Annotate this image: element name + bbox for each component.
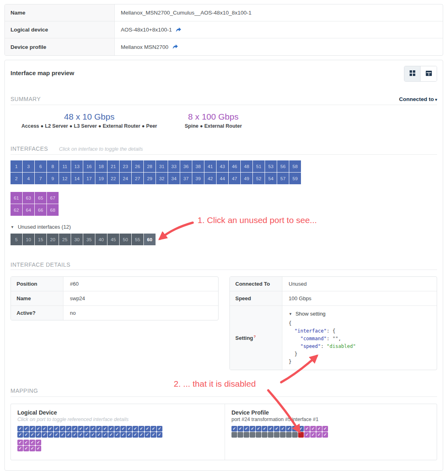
unused-interfaces-toggle[interactable]: ▼ Unused interfaces (12) — [11, 224, 437, 230]
checked-port-box-blue[interactable]: ✓ — [42, 426, 47, 432]
checked-port-box-blue[interactable]: ✓ — [238, 426, 243, 432]
port-56[interactable]: 56 — [277, 160, 289, 172]
checked-port-box-blue[interactable]: ✓ — [262, 426, 267, 432]
connected-to-dropdown[interactable]: Connected to▾ — [399, 96, 437, 102]
checked-port-box-blue[interactable]: ✓ — [102, 432, 108, 438]
checked-port-box-blue[interactable]: ✓ — [256, 426, 261, 432]
checked-port-box-purple[interactable]: ✓ — [36, 440, 41, 445]
checked-port-box-blue[interactable]: ✓ — [292, 426, 298, 432]
help-icon[interactable]: ? — [254, 334, 256, 339]
port-39[interactable]: 39 — [192, 173, 204, 184]
port-51[interactable]: 51 — [253, 160, 265, 172]
checked-port-box-blue[interactable]: ✓ — [84, 432, 90, 438]
checked-port-box-blue[interactable]: ✓ — [90, 426, 96, 432]
checked-port-box-blue[interactable]: ✓ — [29, 432, 35, 438]
checked-port-box-blue[interactable]: ✓ — [231, 426, 237, 432]
port-17[interactable]: 17 — [83, 173, 95, 184]
port-25[interactable]: 25 — [59, 234, 71, 245]
port-52[interactable]: 52 — [253, 173, 265, 184]
unchecked-port-box-gray[interactable] — [244, 432, 249, 438]
unchecked-port-box-gray[interactable] — [250, 432, 255, 438]
checked-port-box-purple[interactable]: ✓ — [304, 426, 310, 432]
port-8[interactable]: 8 — [47, 160, 59, 172]
checked-port-box-blue[interactable]: ✓ — [36, 426, 41, 432]
checked-port-box-blue[interactable]: ✓ — [157, 432, 162, 438]
port-5[interactable]: 5 — [11, 234, 22, 245]
unchecked-port-box-gray[interactable] — [286, 432, 292, 438]
checked-port-box-blue[interactable]: ✓ — [60, 432, 65, 438]
port-2[interactable]: 2 — [11, 173, 22, 184]
checked-port-box-blue[interactable]: ✓ — [17, 426, 23, 432]
unchecked-port-box-gray[interactable] — [280, 432, 286, 438]
checked-port-box-blue[interactable]: ✓ — [145, 426, 150, 432]
port-62[interactable]: 62 — [11, 204, 22, 216]
table-view-button[interactable] — [421, 66, 437, 81]
checked-port-box-blue[interactable]: ✓ — [66, 426, 72, 432]
checked-port-box-blue[interactable]: ✓ — [66, 432, 72, 438]
checked-port-box-purple[interactable]: ✓ — [29, 440, 35, 445]
checked-port-box-blue[interactable]: ✓ — [42, 432, 47, 438]
checked-port-box-blue[interactable]: ✓ — [157, 426, 162, 432]
port-64[interactable]: 64 — [23, 204, 34, 216]
port-35[interactable]: 35 — [83, 234, 95, 245]
port-34[interactable]: 34 — [168, 173, 180, 184]
checked-port-box-purple[interactable]: ✓ — [29, 446, 35, 451]
port-68[interactable]: 68 — [47, 204, 59, 216]
port-28[interactable]: 28 — [144, 160, 156, 172]
checked-port-box-purple[interactable]: ✓ — [310, 432, 316, 438]
checked-port-box-blue[interactable]: ✓ — [133, 426, 138, 432]
open-link-icon[interactable] — [175, 27, 181, 33]
checked-port-box-blue[interactable]: ✓ — [120, 432, 126, 438]
port-65[interactable]: 65 — [35, 192, 46, 204]
port-63[interactable]: 63 — [23, 192, 34, 204]
checked-port-box-blue[interactable]: ✓ — [48, 426, 53, 432]
unchecked-port-box-gray[interactable] — [274, 432, 280, 438]
unchecked-port-box-gray[interactable] — [238, 432, 243, 438]
port-61[interactable]: 61 — [11, 192, 22, 204]
port-27[interactable]: 27 — [132, 173, 143, 184]
checked-port-box-blue[interactable]: ✓ — [133, 432, 138, 438]
port-53[interactable]: 53 — [265, 160, 277, 172]
checked-port-box-blue[interactable]: ✓ — [268, 426, 273, 432]
port-7[interactable]: 7 — [35, 173, 46, 184]
port-3[interactable]: 3 — [23, 160, 34, 172]
port-22[interactable]: 22 — [107, 173, 119, 184]
unchecked-port-box-gray[interactable] — [268, 432, 273, 438]
port-10[interactable]: 10 — [23, 234, 34, 245]
port-47[interactable]: 47 — [229, 173, 240, 184]
checked-port-box-blue[interactable]: ✓ — [78, 432, 84, 438]
unchecked-port-box-red[interactable] — [298, 432, 304, 438]
checked-port-box-purple[interactable]: ✓ — [36, 446, 41, 451]
checked-port-box-blue[interactable]: ✓ — [54, 432, 59, 438]
show-setting-toggle[interactable]: ▼ Show setting — [289, 311, 431, 317]
checked-port-box-blue[interactable]: ✓ — [145, 432, 150, 438]
port-18[interactable]: 18 — [95, 160, 107, 172]
checked-port-box-blue[interactable]: ✓ — [78, 426, 84, 432]
open-link-icon[interactable] — [172, 44, 178, 50]
port-49[interactable]: 49 — [241, 173, 252, 184]
checked-port-box-blue[interactable]: ✓ — [274, 426, 280, 432]
port-60[interactable]: 60 — [144, 234, 156, 245]
port-37[interactable]: 37 — [180, 173, 192, 184]
checked-port-box-blue[interactable]: ✓ — [96, 432, 102, 438]
port-40[interactable]: 40 — [95, 234, 107, 245]
unchecked-port-box-gray[interactable] — [292, 432, 298, 438]
checked-port-box-purple[interactable]: ✓ — [316, 426, 322, 432]
checked-port-box-purple[interactable]: ✓ — [316, 432, 322, 438]
checked-port-box-blue[interactable]: ✓ — [29, 426, 35, 432]
checked-port-box-blue[interactable]: ✓ — [72, 426, 78, 432]
checked-port-box-blue[interactable]: ✓ — [96, 426, 102, 432]
port-55[interactable]: 55 — [132, 234, 143, 245]
checked-port-box-purple[interactable]: ✓ — [322, 426, 328, 432]
checked-port-box-purple[interactable]: ✓ — [310, 426, 316, 432]
checked-port-box-blue[interactable]: ✓ — [120, 426, 126, 432]
port-20[interactable]: 20 — [47, 234, 59, 245]
unchecked-port-box-gray[interactable] — [262, 432, 267, 438]
checked-port-box-purple[interactable]: ✓ — [17, 440, 23, 445]
port-38[interactable]: 38 — [192, 160, 204, 172]
port-67[interactable]: 67 — [47, 192, 59, 204]
port-12[interactable]: 12 — [59, 173, 71, 184]
checked-port-box-blue[interactable]: ✓ — [298, 426, 304, 432]
checked-port-box-blue[interactable]: ✓ — [17, 432, 23, 438]
port-57[interactable]: 57 — [277, 173, 289, 184]
